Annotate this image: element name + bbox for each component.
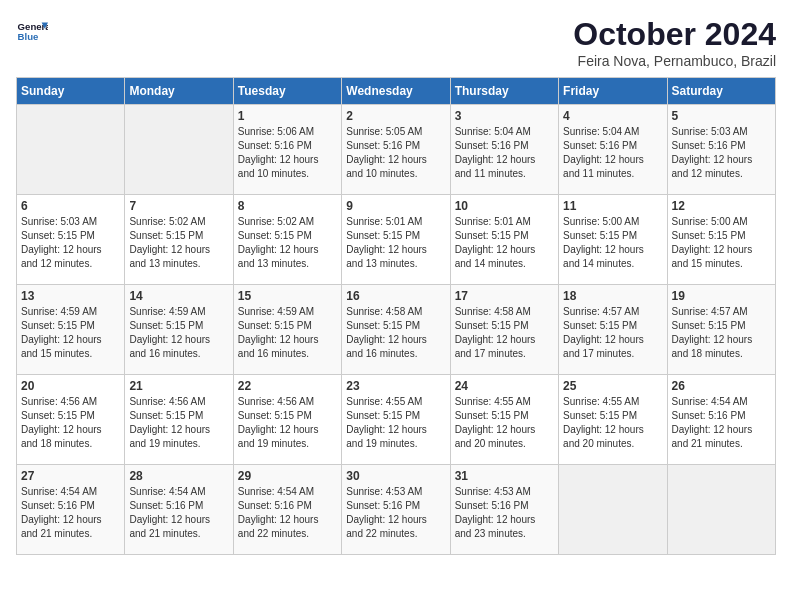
day-number: 12 (672, 199, 771, 213)
day-content: Sunrise: 5:00 AM Sunset: 5:15 PM Dayligh… (563, 215, 662, 271)
calendar-cell: 24Sunrise: 4:55 AM Sunset: 5:15 PM Dayli… (450, 375, 558, 465)
calendar-cell: 30Sunrise: 4:53 AM Sunset: 5:16 PM Dayli… (342, 465, 450, 555)
day-number: 16 (346, 289, 445, 303)
day-content: Sunrise: 5:01 AM Sunset: 5:15 PM Dayligh… (455, 215, 554, 271)
location-subtitle: Feira Nova, Pernambuco, Brazil (573, 53, 776, 69)
day-number: 24 (455, 379, 554, 393)
day-number: 11 (563, 199, 662, 213)
calendar-cell: 16Sunrise: 4:58 AM Sunset: 5:15 PM Dayli… (342, 285, 450, 375)
calendar-cell (17, 105, 125, 195)
day-content: Sunrise: 5:04 AM Sunset: 5:16 PM Dayligh… (563, 125, 662, 181)
column-header-friday: Friday (559, 78, 667, 105)
day-content: Sunrise: 5:02 AM Sunset: 5:15 PM Dayligh… (238, 215, 337, 271)
logo: General Blue (16, 16, 48, 48)
day-number: 29 (238, 469, 337, 483)
day-content: Sunrise: 5:03 AM Sunset: 5:16 PM Dayligh… (672, 125, 771, 181)
calendar-cell: 13Sunrise: 4:59 AM Sunset: 5:15 PM Dayli… (17, 285, 125, 375)
day-content: Sunrise: 5:05 AM Sunset: 5:16 PM Dayligh… (346, 125, 445, 181)
calendar-cell: 7Sunrise: 5:02 AM Sunset: 5:15 PM Daylig… (125, 195, 233, 285)
calendar-cell: 9Sunrise: 5:01 AM Sunset: 5:15 PM Daylig… (342, 195, 450, 285)
day-number: 15 (238, 289, 337, 303)
calendar-cell: 28Sunrise: 4:54 AM Sunset: 5:16 PM Dayli… (125, 465, 233, 555)
calendar-cell: 5Sunrise: 5:03 AM Sunset: 5:16 PM Daylig… (667, 105, 775, 195)
day-number: 17 (455, 289, 554, 303)
calendar-cell: 1Sunrise: 5:06 AM Sunset: 5:16 PM Daylig… (233, 105, 341, 195)
day-number: 25 (563, 379, 662, 393)
calendar-cell: 2Sunrise: 5:05 AM Sunset: 5:16 PM Daylig… (342, 105, 450, 195)
day-content: Sunrise: 4:57 AM Sunset: 5:15 PM Dayligh… (672, 305, 771, 361)
day-content: Sunrise: 5:02 AM Sunset: 5:15 PM Dayligh… (129, 215, 228, 271)
day-number: 7 (129, 199, 228, 213)
calendar-cell (559, 465, 667, 555)
day-content: Sunrise: 4:53 AM Sunset: 5:16 PM Dayligh… (455, 485, 554, 541)
day-number: 23 (346, 379, 445, 393)
calendar-cell: 19Sunrise: 4:57 AM Sunset: 5:15 PM Dayli… (667, 285, 775, 375)
calendar-cell: 15Sunrise: 4:59 AM Sunset: 5:15 PM Dayli… (233, 285, 341, 375)
calendar-week-1: 1Sunrise: 5:06 AM Sunset: 5:16 PM Daylig… (17, 105, 776, 195)
column-header-wednesday: Wednesday (342, 78, 450, 105)
calendar-week-2: 6Sunrise: 5:03 AM Sunset: 5:15 PM Daylig… (17, 195, 776, 285)
column-header-thursday: Thursday (450, 78, 558, 105)
day-number: 19 (672, 289, 771, 303)
calendar-cell: 20Sunrise: 4:56 AM Sunset: 5:15 PM Dayli… (17, 375, 125, 465)
calendar-cell: 23Sunrise: 4:55 AM Sunset: 5:15 PM Dayli… (342, 375, 450, 465)
day-number: 3 (455, 109, 554, 123)
calendar-cell (667, 465, 775, 555)
calendar-cell: 29Sunrise: 4:54 AM Sunset: 5:16 PM Dayli… (233, 465, 341, 555)
page-header: General Blue October 2024 Feira Nova, Pe… (16, 16, 776, 69)
calendar-cell: 3Sunrise: 5:04 AM Sunset: 5:16 PM Daylig… (450, 105, 558, 195)
calendar-cell: 25Sunrise: 4:55 AM Sunset: 5:15 PM Dayli… (559, 375, 667, 465)
day-number: 14 (129, 289, 228, 303)
day-content: Sunrise: 4:54 AM Sunset: 5:16 PM Dayligh… (21, 485, 120, 541)
day-number: 10 (455, 199, 554, 213)
calendar-cell: 21Sunrise: 4:56 AM Sunset: 5:15 PM Dayli… (125, 375, 233, 465)
calendar-header-row: SundayMondayTuesdayWednesdayThursdayFrid… (17, 78, 776, 105)
day-number: 13 (21, 289, 120, 303)
day-content: Sunrise: 5:04 AM Sunset: 5:16 PM Dayligh… (455, 125, 554, 181)
day-number: 27 (21, 469, 120, 483)
day-number: 4 (563, 109, 662, 123)
day-content: Sunrise: 5:00 AM Sunset: 5:15 PM Dayligh… (672, 215, 771, 271)
day-content: Sunrise: 4:59 AM Sunset: 5:15 PM Dayligh… (21, 305, 120, 361)
day-content: Sunrise: 4:58 AM Sunset: 5:15 PM Dayligh… (346, 305, 445, 361)
day-content: Sunrise: 4:58 AM Sunset: 5:15 PM Dayligh… (455, 305, 554, 361)
calendar-cell: 10Sunrise: 5:01 AM Sunset: 5:15 PM Dayli… (450, 195, 558, 285)
day-number: 5 (672, 109, 771, 123)
day-number: 18 (563, 289, 662, 303)
day-content: Sunrise: 4:56 AM Sunset: 5:15 PM Dayligh… (129, 395, 228, 451)
calendar-week-3: 13Sunrise: 4:59 AM Sunset: 5:15 PM Dayli… (17, 285, 776, 375)
day-number: 28 (129, 469, 228, 483)
calendar-cell: 14Sunrise: 4:59 AM Sunset: 5:15 PM Dayli… (125, 285, 233, 375)
day-content: Sunrise: 4:54 AM Sunset: 5:16 PM Dayligh… (672, 395, 771, 451)
day-number: 31 (455, 469, 554, 483)
calendar-week-4: 20Sunrise: 4:56 AM Sunset: 5:15 PM Dayli… (17, 375, 776, 465)
calendar-cell (125, 105, 233, 195)
calendar-cell: 11Sunrise: 5:00 AM Sunset: 5:15 PM Dayli… (559, 195, 667, 285)
calendar-cell: 17Sunrise: 4:58 AM Sunset: 5:15 PM Dayli… (450, 285, 558, 375)
day-number: 26 (672, 379, 771, 393)
calendar-cell: 12Sunrise: 5:00 AM Sunset: 5:15 PM Dayli… (667, 195, 775, 285)
day-content: Sunrise: 4:59 AM Sunset: 5:15 PM Dayligh… (238, 305, 337, 361)
calendar-cell: 22Sunrise: 4:56 AM Sunset: 5:15 PM Dayli… (233, 375, 341, 465)
day-content: Sunrise: 4:53 AM Sunset: 5:16 PM Dayligh… (346, 485, 445, 541)
month-title: October 2024 (573, 16, 776, 53)
day-content: Sunrise: 4:57 AM Sunset: 5:15 PM Dayligh… (563, 305, 662, 361)
day-content: Sunrise: 5:06 AM Sunset: 5:16 PM Dayligh… (238, 125, 337, 181)
day-content: Sunrise: 5:01 AM Sunset: 5:15 PM Dayligh… (346, 215, 445, 271)
day-number: 9 (346, 199, 445, 213)
day-content: Sunrise: 4:54 AM Sunset: 5:16 PM Dayligh… (129, 485, 228, 541)
calendar-cell: 26Sunrise: 4:54 AM Sunset: 5:16 PM Dayli… (667, 375, 775, 465)
day-content: Sunrise: 4:55 AM Sunset: 5:15 PM Dayligh… (346, 395, 445, 451)
day-content: Sunrise: 4:59 AM Sunset: 5:15 PM Dayligh… (129, 305, 228, 361)
calendar-cell: 6Sunrise: 5:03 AM Sunset: 5:15 PM Daylig… (17, 195, 125, 285)
day-content: Sunrise: 4:54 AM Sunset: 5:16 PM Dayligh… (238, 485, 337, 541)
day-content: Sunrise: 5:03 AM Sunset: 5:15 PM Dayligh… (21, 215, 120, 271)
day-content: Sunrise: 4:56 AM Sunset: 5:15 PM Dayligh… (21, 395, 120, 451)
day-number: 21 (129, 379, 228, 393)
day-number: 8 (238, 199, 337, 213)
calendar-cell: 4Sunrise: 5:04 AM Sunset: 5:16 PM Daylig… (559, 105, 667, 195)
column-header-tuesday: Tuesday (233, 78, 341, 105)
day-number: 2 (346, 109, 445, 123)
calendar-week-5: 27Sunrise: 4:54 AM Sunset: 5:16 PM Dayli… (17, 465, 776, 555)
day-content: Sunrise: 4:55 AM Sunset: 5:15 PM Dayligh… (563, 395, 662, 451)
